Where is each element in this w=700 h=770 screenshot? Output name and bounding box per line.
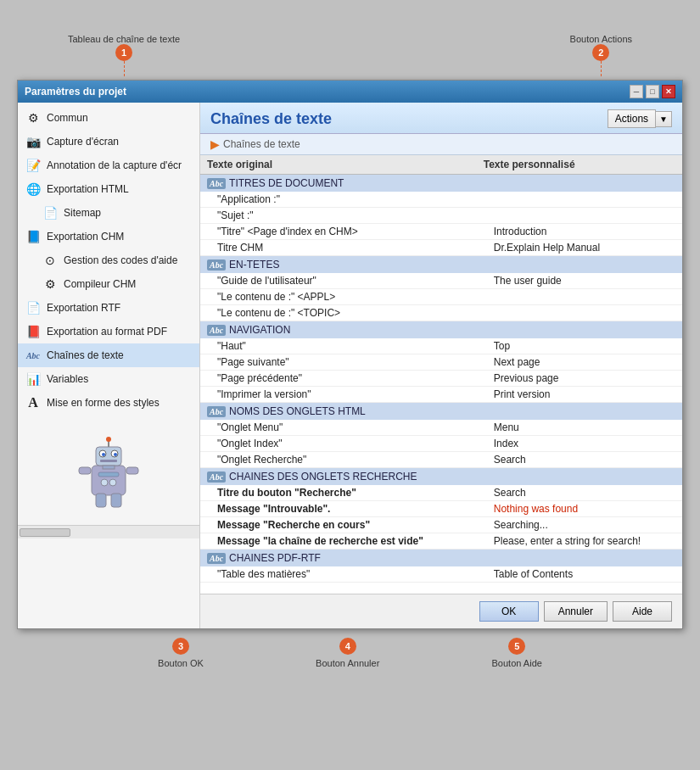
table-row[interactable]: "Sujet :" [200,208,682,224]
cell-custom [477,305,682,321]
svg-point-4 [102,453,105,456]
annotation-4: 4 Bouton Annuler [316,638,379,668]
table-row[interactable]: "Onglet Index"Index [200,436,682,452]
compileur-icon: ⚙ [42,276,59,293]
close-button[interactable]: ✕ [662,85,675,98]
sidebar-item-chaines[interactable]: Abc Chaînes de texte [18,343,199,367]
table-row[interactable]: "Haut"Top [200,338,682,354]
sidebar-label-mise-en-forme: Mise en forme des styles [47,397,160,409]
export-html-icon: 🌐 [25,181,42,198]
col-header-original: Texte original [200,155,477,175]
svg-rect-7 [103,466,115,469]
window-title: Paramètres du projet [25,86,126,98]
cell-custom: Top [477,338,682,354]
cell-original: Message "Recherche en cours" [200,517,477,533]
sidebar-item-gestion-codes[interactable]: ⊙ Gestion des codes d'aide [18,248,199,272]
bottom-bar: OK Annuler Aide [200,594,682,628]
cell-custom: Please, enter a string for search! [477,533,682,550]
table-row[interactable]: "Guide de l'utilisateur"The user guide [200,273,682,289]
table-row[interactable]: "Le contenu de :" <APPL> [200,289,682,305]
table-row[interactable]: "Onglet Recherche"Search [200,452,682,468]
cell-custom: Previous page [477,371,682,387]
chaines-icon: Abc [25,347,42,364]
sidebar-label-variables: Variables [47,373,88,385]
sidebar-label-annotation: Annotation de la capture d'écr [47,159,182,171]
badge-4: 4 [339,638,356,655]
sidebar-item-export-chm[interactable]: 📘 Exportation CHM [18,225,199,248]
badge-5: 5 [508,638,525,655]
svg-rect-10 [96,494,106,507]
badge-3: 3 [172,638,189,655]
sidebar-label-export-chm: Exportation CHM [47,231,124,243]
export-chm-icon: 📘 [25,228,42,245]
table-row[interactable]: "Table des matières"Table of Contents [200,566,682,583]
cell-custom: Search [477,452,682,468]
sidebar-scrollbar[interactable] [18,525,199,538]
actions-button[interactable]: Actions [608,109,656,128]
sidebar-item-mise-en-forme[interactable]: A Mise en forme des styles [18,391,199,415]
maximize-button[interactable]: □ [646,85,659,98]
table-row[interactable]: "Onglet Menu"Menu [200,420,682,436]
table-row[interactable]: Message "Introuvable".Nothing was found [200,501,682,517]
sidebar-item-compileur[interactable]: ⚙ Compileur CHM [18,272,199,296]
title-bar-controls: ─ □ ✕ [630,85,675,98]
annotation-label-4: Bouton Annuler [316,658,379,668]
sidebar-item-commun[interactable]: ⚙ Commun [18,106,199,130]
sidebar-label-commun: Commun [47,112,88,124]
cell-custom: Index [477,436,682,452]
cell-original: Message "la chaîne de recherche est vide… [200,533,477,550]
main-title: Chaînes de texte [210,110,332,128]
table-row[interactable]: "Page suivante"Next page [200,354,682,371]
badge-1: 1 [115,44,132,61]
table-row[interactable]: "Titre" <Page d'index en CHM>Introductio… [200,224,682,240]
sidebar-item-export-rtf[interactable]: 📄 Exportation RTF [18,296,199,320]
table-row[interactable]: Titre CHMDr.Explain Help Manual [200,240,682,256]
annotation-1: Tableau de chaîne de texte 1 [68,34,180,76]
minimize-button[interactable]: ─ [630,85,643,98]
ok-button[interactable]: OK [479,601,539,622]
table-row[interactable]: "Imprimer la version"Print version [200,387,682,403]
cell-original: Titre du bouton "Recherche" [200,485,477,501]
cell-custom: Next page [477,354,682,371]
aide-button[interactable]: Aide [613,601,672,622]
actions-dropdown-arrow[interactable]: ▼ [656,111,672,127]
sidebar-item-export-pdf[interactable]: 📕 Exportation au format PDF [18,320,199,343]
annotation-5: 5 Bouton Aide [492,638,542,668]
annuler-button[interactable]: Annuler [544,601,608,622]
main-panel: Chaînes de texte Actions ▼ ▶ Chaînes de … [200,103,682,628]
breadcrumb-bar: ▶ Chaînes de texte [200,134,682,155]
table-row[interactable]: "Application :" [200,192,682,208]
sidebar-item-variables[interactable]: 📊 Variables [18,367,199,391]
sidebar-item-annotation[interactable]: 📝 Annotation de la capture d'écr [18,153,199,177]
cell-original: "Le contenu de :" <APPL> [200,289,477,305]
svg-rect-9 [126,467,138,474]
sidebar-item-export-html[interactable]: 🌐 Exportation HTML [18,177,199,201]
actions-button-group: Actions ▼ [608,109,672,128]
table-row[interactable]: Message "Recherche en cours"Searching... [200,517,682,533]
title-bar: Paramètres du projet ─ □ ✕ [18,81,682,103]
sidebar-item-sitemap[interactable]: 📄 Sitemap [18,201,199,225]
cell-original: "Sujet :" [200,208,477,224]
cell-custom: Menu [477,420,682,436]
breadcrumb-text: Chaînes de texte [223,138,300,150]
col-header-custom: Texte personnalisé [477,155,682,175]
sidebar-label-gestion: Gestion des codes d'aide [64,254,177,266]
robot-svg [75,432,143,516]
main-window: Paramètres du projet ─ □ ✕ ⚙ Commun 📷 [17,80,683,629]
cell-custom: Introduction [477,224,682,240]
table-container[interactable]: Texte original Texte personnalisé AbcTIT… [200,155,682,594]
sidebar-item-capture[interactable]: 📷 Capture d'écran [18,130,199,153]
cell-original: "Page suivante" [200,354,477,371]
svg-point-15 [101,479,108,486]
table-row[interactable]: Message "la chaîne de recherche est vide… [200,533,682,550]
export-rtf-icon: 📄 [25,299,42,316]
annotation-label-3: Bouton OK [158,658,204,668]
table-header-row: Texte original Texte personnalisé [200,155,682,175]
scrollbar-thumb[interactable] [20,528,70,537]
table-row[interactable]: Titre du bouton "Recherche"Search [200,485,682,501]
table-section-row: AbcEN-TETES [200,256,682,274]
annotation-label-2: Bouton Actions [570,34,632,44]
table-row[interactable]: "Page précédente"Previous page [200,371,682,387]
sidebar-label-export-html: Exportation HTML [47,183,129,195]
table-row[interactable]: "Le contenu de :" <TOPIC> [200,305,682,321]
